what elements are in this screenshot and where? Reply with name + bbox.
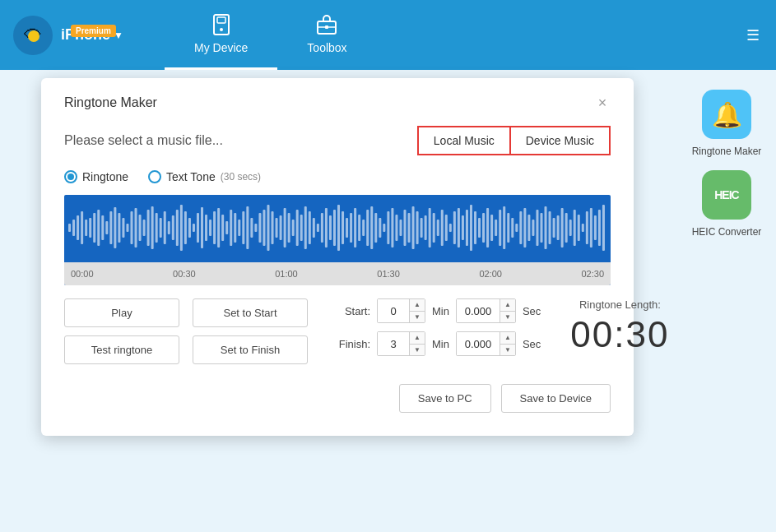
svg-rect-56 (276, 218, 278, 238)
svg-rect-29 (164, 211, 166, 244)
svg-rect-15 (105, 221, 108, 234)
radio-text-tone-circle (148, 170, 161, 183)
svg-rect-113 (511, 218, 513, 238)
svg-rect-61 (296, 210, 299, 246)
svg-rect-34 (184, 211, 187, 244)
start-min-up[interactable]: ▲ (410, 299, 425, 312)
start-min-spinner[interactable]: ▲ ▼ (377, 298, 425, 323)
tab-my-device[interactable]: My Device (165, 0, 277, 70)
svg-rect-135 (602, 205, 605, 251)
menu-icon[interactable]: ☰ (730, 0, 776, 70)
svg-rect-133 (594, 215, 597, 240)
tone-type-radio-group: Ringtone Text Tone (30 secs) (64, 170, 611, 183)
test-ringtone-button[interactable]: Test ringtone (64, 335, 179, 364)
finish-sec-up[interactable]: ▲ (500, 332, 515, 345)
svg-rect-17 (114, 207, 116, 248)
tab-my-device-label: My Device (194, 41, 248, 54)
svg-rect-50 (250, 218, 253, 238)
start-min-arrows: ▲ ▼ (409, 299, 425, 322)
svg-rect-45 (230, 210, 232, 246)
save-row: Save to PC Save to Device (64, 384, 611, 413)
start-min-down[interactable]: ▼ (410, 312, 425, 323)
app-logo (13, 16, 53, 55)
svg-rect-110 (499, 210, 501, 246)
svg-rect-90 (416, 211, 419, 244)
radio-ringtone[interactable]: Ringtone (64, 170, 128, 183)
save-to-device-button[interactable]: Save to Device (501, 384, 611, 413)
save-to-pc-button[interactable]: Save to PC (399, 384, 491, 413)
play-button[interactable]: Play (64, 298, 179, 327)
svg-rect-67 (321, 213, 323, 243)
svg-rect-24 (143, 220, 146, 236)
start-sec-spinner[interactable]: ▲ ▼ (456, 298, 516, 323)
tab-toolbox[interactable]: Toolbox (277, 0, 376, 70)
svg-rect-27 (156, 213, 158, 243)
svg-rect-5 (325, 25, 328, 29)
svg-rect-97 (445, 215, 448, 241)
svg-rect-91 (421, 218, 423, 238)
finish-min-up[interactable]: ▲ (410, 332, 425, 345)
svg-rect-121 (545, 206, 547, 249)
timeline-mark-3: 01:30 (377, 269, 400, 279)
sidebar-tool-heic-converter[interactable]: HEIC HEIC Converter (692, 170, 762, 238)
finish-min-unit: Min (432, 338, 449, 350)
svg-rect-33 (180, 205, 183, 251)
svg-rect-6 (68, 224, 71, 232)
set-to-start-button[interactable]: Set to Start (193, 298, 308, 327)
time-inputs: Start: ▲ ▼ Min ▲ ▼ (321, 298, 541, 356)
file-select-row: Please select a music file... Local Musi… (64, 126, 611, 155)
svg-rect-109 (495, 220, 497, 236)
start-label: Start: (328, 305, 370, 317)
svg-rect-46 (234, 213, 236, 243)
file-prompt: Please select a music file... (64, 133, 223, 148)
start-min-unit: Min (432, 305, 449, 317)
start-sec-down[interactable]: ▼ (500, 312, 515, 323)
svg-rect-11 (89, 218, 91, 238)
local-music-button[interactable]: Local Music (417, 126, 510, 155)
start-sec-up[interactable]: ▲ (500, 299, 515, 312)
tab-toolbox-label: Toolbox (307, 41, 346, 54)
svg-rect-39 (205, 215, 207, 241)
finish-min-spinner[interactable]: ▲ ▼ (377, 331, 425, 356)
heic-converter-icon: HEIC (702, 170, 751, 220)
logo-area: iPhone Premium ▼ (0, 0, 165, 70)
svg-rect-44 (225, 221, 228, 234)
top-bar: iPhone Premium ▼ My Device Toolbox ☰ (0, 0, 776, 70)
svg-rect-63 (304, 206, 307, 249)
svg-rect-72 (342, 211, 344, 244)
svg-rect-76 (358, 215, 360, 241)
svg-rect-19 (122, 218, 124, 238)
timeline-labels: 00:00 00:30 01:00 01:30 02:00 02:30 (64, 269, 611, 279)
svg-rect-84 (391, 208, 393, 247)
finish-min-down[interactable]: ▼ (410, 345, 425, 356)
start-min-input[interactable] (378, 299, 409, 322)
finish-min-input[interactable] (378, 332, 409, 355)
set-to-finish-button[interactable]: Set to Finish (193, 335, 308, 364)
svg-rect-1 (217, 17, 225, 23)
svg-rect-55 (272, 211, 274, 244)
timeline-mark-4: 02:00 (479, 269, 502, 279)
dialog-title-bar: Ringtone Maker × (64, 95, 611, 111)
svg-rect-125 (561, 208, 564, 247)
timeline-mark-1: 00:30 (173, 269, 196, 279)
music-buttons: Local Music Device Music (417, 126, 611, 155)
finish-sec-spinner[interactable]: ▲ ▼ (456, 331, 516, 356)
svg-rect-98 (449, 224, 452, 232)
start-sec-input[interactable] (457, 299, 500, 322)
svg-rect-106 (482, 213, 485, 243)
svg-rect-99 (453, 211, 456, 244)
svg-rect-28 (160, 218, 162, 238)
close-button[interactable]: × (594, 95, 611, 111)
svg-rect-102 (466, 210, 468, 246)
timeline: 00:00 00:30 01:00 01:30 02:00 02:30 (64, 262, 611, 285)
svg-rect-42 (217, 208, 220, 247)
right-sidebar: 🔔 Ringtone Maker HEIC HEIC Converter (677, 70, 776, 532)
ringtone-length-value: 00:30 (570, 314, 669, 355)
sidebar-tool-ringtone-maker[interactable]: 🔔 Ringtone Maker (692, 90, 762, 157)
finish-sec-input[interactable] (457, 332, 500, 355)
radio-text-tone-label: Text Tone (166, 170, 216, 183)
finish-sec-down[interactable]: ▼ (500, 345, 515, 356)
device-music-button[interactable]: Device Music (510, 126, 611, 155)
radio-text-tone[interactable]: Text Tone (30 secs) (148, 170, 261, 183)
ringtone-length-label: Ringtone Length: (579, 298, 661, 311)
